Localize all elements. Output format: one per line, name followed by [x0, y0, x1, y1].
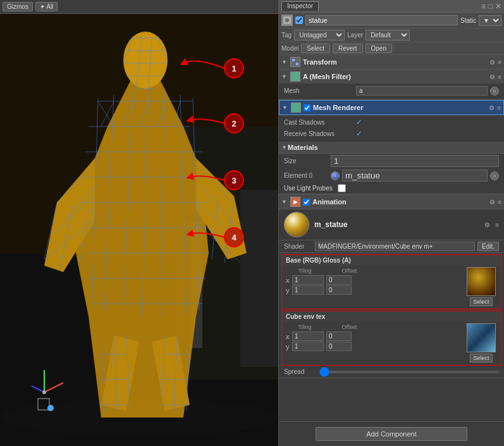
viewport: 1 2 3 4: [0, 0, 278, 446]
base-x-axis: x: [286, 276, 290, 284]
size-label: Size: [284, 158, 328, 164]
base-tex-select-btn[interactable]: Select: [470, 297, 492, 306]
cube-env-grid: Tiling Offset x y: [282, 322, 501, 365]
transform-expand: ▼: [281, 59, 288, 65]
edit-shader-btn[interactable]: Edit.: [477, 242, 499, 251]
base-tiling-y[interactable]: [292, 285, 324, 295]
offset-col-header: Offset: [325, 268, 374, 274]
cube-env-props: Tiling Offset x y: [286, 323, 463, 362]
svg-rect-79: [292, 59, 295, 61]
cube-tex-select-btn[interactable]: Select: [470, 354, 492, 362]
mesh-renderer-settings-btn[interactable]: ⚙: [489, 104, 495, 111]
cube-tex-thumb-container: Select: [465, 323, 497, 362]
tag-layer-row: Tag Untagged Layer Default: [279, 28, 504, 42]
mesh-filter-header[interactable]: ▼ A (Mesh Filter) ⚙ ≡: [279, 70, 504, 84]
inspector-scroll-area[interactable]: ▼ Transform ⚙ ≡ ▼ A (Mesh Filter) ⚙ ≡: [279, 55, 504, 421]
base-tiling-offset: Tiling Offset: [286, 267, 463, 275]
model-open-btn[interactable]: Open: [366, 44, 392, 53]
light-probes-checkbox[interactable]: [338, 184, 346, 192]
viewport-scene: 1 2 3 4: [0, 0, 278, 446]
tag-dropdown[interactable]: Untagged: [294, 30, 345, 40]
element0-label: Element 0: [284, 172, 328, 179]
mesh-renderer-icon: [291, 102, 301, 113]
mesh-value-input[interactable]: [356, 86, 488, 96]
add-component-button[interactable]: Add Component: [316, 427, 467, 441]
cube-tiling-x[interactable]: [292, 331, 324, 341]
transform-header[interactable]: ▼ Transform ⚙ ≡: [279, 55, 504, 69]
shader-value[interactable]: [315, 242, 475, 251]
mesh-prop-row: Mesh ○: [284, 85, 499, 97]
base-tex-thumb[interactable]: [467, 267, 496, 296]
animation-name: Animation: [312, 198, 487, 206]
mesh-renderer-checkbox[interactable]: [304, 104, 310, 111]
cube-tiling-col: Tiling: [286, 324, 324, 330]
static-label: Static: [460, 17, 476, 24]
inspector-menu-btn[interactable]: ≡: [481, 2, 486, 11]
inspector-close-btn[interactable]: ✕: [495, 2, 501, 11]
base-offset-y[interactable]: [326, 285, 352, 295]
base-tiling-x[interactable]: [292, 275, 324, 285]
transform-icon: [290, 57, 300, 67]
cube-offset-y[interactable]: [326, 342, 352, 351]
inspector-title-bar: Inspector ≡ □ ✕: [279, 0, 504, 13]
materials-label: Materials: [288, 144, 318, 151]
cube-y-axis: y: [286, 343, 290, 350]
material-preview-section: m_statue ⚙ ≡: [279, 209, 504, 240]
mesh-filter-expand: ▼: [281, 73, 288, 80]
mesh-label: Mesh: [284, 87, 353, 94]
spread-row: Spread: [279, 367, 504, 378]
base-rgb-section: Base (RGB) Gloss (A) Tiling Offset x: [281, 254, 501, 309]
model-revert-btn[interactable]: Revert: [333, 44, 362, 53]
object-name-input[interactable]: [305, 15, 458, 25]
material-settings-btn[interactable]: ⚙: [484, 221, 490, 228]
mesh-renderer-header[interactable]: ▼ Mesh Renderer ⚙ ≡: [279, 100, 504, 115]
svg-text:1: 1: [231, 64, 236, 73]
cube-env-header: Cube env tex: [282, 311, 501, 322]
animation-header[interactable]: ▼ ▶ Animation ⚙ ≡: [279, 195, 504, 209]
model-select-btn[interactable]: Select: [301, 44, 330, 53]
material-more-btn[interactable]: ≡: [495, 221, 499, 228]
size-value[interactable]: [331, 155, 499, 167]
mesh-filter-name: A (Mesh Filter): [303, 73, 487, 80]
cast-shadows-check: ✓: [356, 118, 362, 127]
transform-settings-btn[interactable]: ⚙: [489, 59, 495, 66]
base-offset-x[interactable]: [326, 275, 352, 285]
animation-more-btn[interactable]: ≡: [498, 199, 501, 206]
tag-label: Tag: [281, 32, 292, 39]
materials-header[interactable]: ▼ Materials: [279, 142, 504, 154]
cube-offset-x[interactable]: [326, 331, 352, 341]
mesh-filter-icon: [290, 71, 300, 82]
animation-settings-btn[interactable]: ⚙: [489, 199, 495, 206]
shader-label: Shader: [284, 243, 312, 250]
cube-tex-thumb[interactable]: [467, 323, 496, 352]
cube-tiling-y[interactable]: [292, 342, 324, 351]
spread-label: Spread: [284, 368, 316, 375]
layer-dropdown[interactable]: Default: [366, 30, 410, 40]
cast-shadows-row: Cast Shadows ✓: [284, 116, 499, 128]
animation-section: ▼ ▶ Animation ⚙ ≡: [279, 195, 504, 209]
inspector-tab[interactable]: Inspector: [281, 1, 319, 11]
element0-circle-btn[interactable]: ○: [490, 171, 499, 180]
mesh-renderer-more-btn[interactable]: ≡: [497, 104, 501, 111]
inspector-expand-btn[interactable]: □: [488, 2, 493, 11]
transform-more-btn[interactable]: ≡: [498, 59, 501, 66]
mesh-filter-settings-btn[interactable]: ⚙: [489, 73, 495, 80]
svg-point-78: [285, 18, 289, 22]
mesh-renderer-body: Cast Shadows ✓ Receive Shadows ✓: [279, 115, 504, 142]
cube-offset-col: Offset: [325, 324, 374, 330]
object-active-checkbox[interactable]: [295, 16, 303, 24]
all-button[interactable]: ✦ All: [35, 2, 58, 11]
materials-expand: ▼: [281, 144, 288, 151]
mesh-filter-more-btn[interactable]: ≡: [498, 73, 501, 80]
svg-text:4: 4: [231, 233, 237, 242]
static-dropdown[interactable]: ▼: [479, 15, 501, 26]
gizmo-toolbar: Gizmos ✦ All: [0, 0, 278, 14]
object-icon: [281, 15, 293, 26]
model-row: Model Select Revert Open: [279, 42, 504, 55]
element0-value[interactable]: [342, 170, 488, 182]
mesh-circle-btn[interactable]: ○: [490, 87, 499, 96]
transform-section: ▼ Transform ⚙ ≡: [279, 55, 504, 70]
gizmos-button[interactable]: Gizmos: [3, 2, 33, 11]
spread-slider[interactable]: [319, 371, 499, 373]
animation-checkbox[interactable]: [303, 199, 310, 206]
